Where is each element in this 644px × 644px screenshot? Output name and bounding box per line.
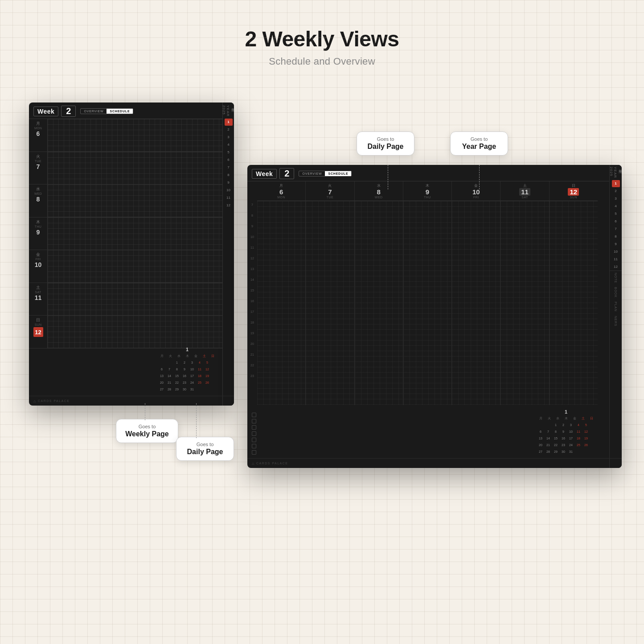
right-mini-cal-cell: 30 — [560, 448, 567, 455]
left-day-content — [48, 152, 222, 185]
right-mini-cal: 1 月火水木金土日 123456789101112131415161718192… — [537, 409, 595, 455]
right-checkbox[interactable] — [252, 431, 256, 436]
left-side-strip: 年暦YEAR2025 123456789101112 — [222, 103, 234, 406]
right-time-slot: 16 — [247, 299, 257, 310]
right-checkbox[interactable] — [252, 425, 256, 430]
callout-year-big: Year Page — [459, 143, 500, 151]
right-checkbox[interactable] — [252, 444, 256, 448]
right-mini-cal-title: 1 — [537, 409, 595, 414]
right-view-tabs[interactable]: OVERVIEW SCHEDULE — [299, 171, 352, 176]
right-day-kanji: 木 — [426, 183, 429, 188]
left-mini-cal-cell: 18 — [196, 373, 203, 379]
right-checkbox[interactable] — [252, 438, 256, 442]
left-mini-cal-cell: 21 — [166, 379, 173, 386]
right-mini-cal-cell: 5 — [582, 422, 590, 428]
right-day-col-content — [355, 201, 403, 405]
right-tab-schedule[interactable]: SCHEDULE — [325, 171, 351, 176]
left-side-num[interactable]: 7 — [225, 164, 233, 171]
left-side-num[interactable]: 9 — [225, 179, 233, 186]
right-mini-cal-cell: 20 — [537, 442, 544, 448]
left-side-num[interactable]: 10 — [225, 187, 233, 194]
right-time-slot: 13 — [247, 267, 257, 278]
callout-daily-big: Daily Page — [365, 143, 406, 151]
left-side-num[interactable]: 1 — [225, 119, 233, 126]
left-mini-cal-cell — [158, 359, 165, 365]
right-schedule-body: 7891011121314151617181920212223 — [247, 201, 598, 405]
right-mini-cal-cell: 28 — [545, 448, 552, 455]
right-mini-cal-cell: 8 — [552, 428, 559, 435]
right-side-num[interactable]: 3 — [612, 195, 620, 202]
right-mini-cal-cell: 6 — [537, 428, 544, 435]
right-tab-overview[interactable]: OVERVIEW — [299, 171, 325, 176]
right-day-col-content — [550, 201, 598, 405]
right-time-slot: 11 — [247, 246, 257, 256]
right-side-num[interactable]: 11 — [612, 256, 620, 263]
right-side-num[interactable]: 5 — [612, 210, 620, 217]
right-mini-cal-cell: 14 — [545, 435, 552, 441]
left-tab-schedule[interactable]: SCHEDULE — [107, 109, 133, 114]
right-side-num[interactable]: 4 — [612, 203, 620, 210]
right-day-eng: MON — [277, 196, 285, 199]
right-time-slot: 19 — [247, 331, 257, 342]
right-day-col-content — [452, 201, 500, 405]
right-mini-cal-cell: 24 — [567, 442, 574, 448]
right-checkbox[interactable] — [252, 413, 256, 417]
right-side-num[interactable]: 8 — [612, 233, 620, 240]
callout-goes-to-daily-left: Goes to Daily Page — [176, 437, 234, 461]
right-mini-cal-cell: 18 — [575, 435, 582, 441]
right-mini-cal-cell: 23 — [560, 442, 567, 448]
left-side-num[interactable]: 12 — [225, 202, 233, 209]
right-mini-cal-cell: 9 — [560, 428, 567, 435]
left-day-row: 金FRI10 — [29, 250, 222, 283]
left-mini-cal-cell: 6 — [158, 366, 165, 372]
right-time-slot: 12 — [247, 256, 257, 267]
right-day-cell: 金 10 FRI — [452, 181, 500, 201]
left-side-num[interactable]: 4 — [225, 141, 233, 148]
right-checkbox[interactable] — [252, 419, 256, 423]
left-side-num[interactable]: 2 — [225, 126, 233, 133]
right-mini-cal-cell: 4 — [575, 422, 582, 428]
left-view-tabs[interactable]: OVERVIEW SCHEDULE — [80, 108, 133, 114]
left-side-num[interactable]: 6 — [225, 156, 233, 164]
left-mini-cal-cell: 3 — [189, 359, 196, 365]
right-day-kanji: 日 — [572, 183, 575, 188]
right-side-num[interactable]: 6 — [612, 218, 620, 225]
right-time-slot: 15 — [247, 288, 257, 299]
callout-daily-left-small: Goes to — [185, 442, 226, 447]
right-day-num: 7 — [328, 188, 332, 196]
right-day-eng: WED — [375, 196, 383, 199]
right-day-cell: 日 12 SUN — [550, 181, 598, 201]
right-time-slot: 7 — [247, 203, 257, 213]
right-side-num[interactable]: 2 — [612, 188, 620, 195]
right-side-num[interactable]: 12 — [612, 263, 620, 271]
left-tab-overview[interactable]: OVERVIEW — [81, 109, 107, 114]
left-mini-cal-header: 月火水木金土日 — [158, 354, 216, 358]
left-side-num[interactable]: 3 — [225, 134, 233, 141]
left-side-num[interactable]: 8 — [225, 172, 233, 179]
left-side-label: 年暦YEAR2025 — [222, 105, 234, 117]
right-day-cols — [257, 201, 598, 405]
right-side-num[interactable]: 10 — [612, 248, 620, 255]
left-side-num[interactable]: 11 — [225, 194, 233, 201]
left-day-row: 土SAT11 — [29, 283, 222, 316]
right-planner-footer: △ CARDS PALACE — [247, 458, 622, 468]
right-mini-cal-cell — [582, 448, 590, 455]
right-side-num[interactable]: 7 — [612, 226, 620, 233]
right-mini-cal-header: 月火水木金土日 — [537, 416, 595, 421]
right-time-slot: 22 — [247, 363, 257, 374]
right-side-num[interactable]: 1 — [612, 180, 620, 187]
left-side-num[interactable]: 5 — [225, 149, 233, 156]
right-planner-header: Week 2 OVERVIEW SCHEDULE — [247, 165, 622, 181]
left-mini-cal-cell: 11 — [196, 366, 203, 372]
right-day-eng: SUN — [570, 196, 577, 199]
left-mini-cal-cell: 23 — [181, 379, 188, 386]
right-side-num[interactable]: 9 — [612, 241, 620, 248]
left-day-content — [48, 283, 222, 316]
right-day-header: 月 6 MON 火 7 TUE 水 8 WED 木 9 THU 金 10 FRI… — [257, 181, 598, 201]
right-mini-cal-cell — [575, 448, 582, 455]
right-time-slot: 10 — [247, 235, 257, 246]
right-checkbox[interactable] — [252, 450, 256, 455]
left-week-label: Week — [33, 107, 58, 116]
left-mini-cal-cell: 24 — [189, 379, 196, 386]
left-mini-cal-cell: 22 — [173, 379, 180, 386]
